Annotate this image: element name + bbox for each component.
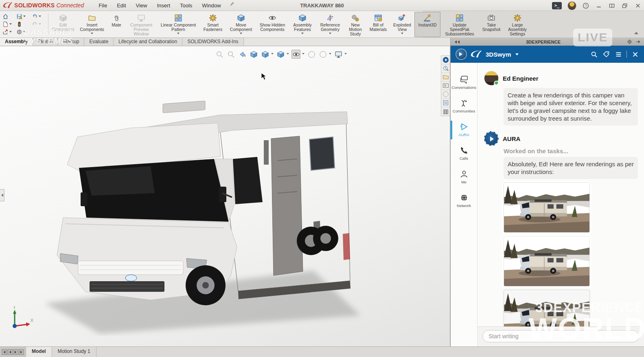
tab-lifecycle-collaboration[interactable]: Lifecycle and Collaboration xyxy=(113,37,182,46)
edit-component-button[interactable]: Edit Component xyxy=(50,12,77,37)
view-settings-icon[interactable] xyxy=(334,50,343,59)
menu-view[interactable]: View xyxy=(132,1,151,10)
app-switcher-chevron-icon[interactable] xyxy=(515,53,519,57)
menu-window[interactable]: Window xyxy=(198,1,225,10)
move-component-button[interactable]: Move Component xyxy=(226,12,256,37)
tab-markup[interactable]: Markup xyxy=(57,37,84,46)
nav-conversations[interactable]: Conversations xyxy=(451,73,477,91)
close-button[interactable] xyxy=(634,2,642,9)
component-preview-window-button[interactable]: Component Preview Window xyxy=(125,12,157,37)
mate-button[interactable]: Mate xyxy=(107,12,125,37)
first-tab-button[interactable] xyxy=(2,349,7,355)
hide-show-items-icon[interactable] xyxy=(291,50,300,59)
rebuild-traffic-light-icon[interactable] xyxy=(16,21,32,27)
3dswym-app-icon[interactable] xyxy=(456,48,467,60)
aura-chat: Ed Engineer Create a few renderings of t… xyxy=(478,63,644,346)
view-palette-icon[interactable] xyxy=(441,82,450,90)
design-library-icon[interactable] xyxy=(441,64,450,73)
exploded-view-icon xyxy=(398,13,406,22)
search-icon[interactable] xyxy=(590,50,598,58)
menu-tools[interactable]: Tools xyxy=(176,1,196,10)
insert-components-button[interactable]: Insert Components xyxy=(77,12,107,37)
show-hidden-components-button[interactable]: Show Hidden Components xyxy=(256,12,289,37)
graphics-viewport[interactable]: Y X xyxy=(0,46,450,346)
new-document-button[interactable] xyxy=(2,21,16,27)
assembly-features-button[interactable]: Assembly Features xyxy=(289,12,316,37)
command-manager-ribbon: Edit Component Insert Components Mate Co… xyxy=(0,11,644,38)
menu-insert[interactable]: Insert xyxy=(153,1,174,10)
save-button[interactable] xyxy=(16,13,32,20)
large-assembly-settings-button[interactable]: Large Assembly Settings xyxy=(504,12,531,37)
reference-geometry-button[interactable]: Reference Geometry xyxy=(316,12,344,37)
new-motion-study-button[interactable]: New Motion Study xyxy=(344,12,366,37)
nav-calls[interactable]: Calls xyxy=(451,144,477,162)
last-tab-button[interactable] xyxy=(19,349,24,355)
tab-sketch[interactable]: Sketch xyxy=(33,37,58,46)
restore-button[interactable] xyxy=(621,2,629,9)
toolbox-icon[interactable] xyxy=(441,107,450,116)
ribbon-collapse-chevron[interactable] xyxy=(634,30,638,34)
file-explorer-icon[interactable] xyxy=(441,73,450,82)
previous-view-icon[interactable] xyxy=(238,50,247,59)
camper-van-3d-model[interactable] xyxy=(28,99,387,336)
panel-settings-gear-icon[interactable] xyxy=(627,39,632,44)
nav-me[interactable]: Me xyxy=(451,168,477,186)
help-icon[interactable]: ? xyxy=(582,2,589,9)
nav-aura[interactable]: AURA xyxy=(451,121,477,139)
pin-menu-icon[interactable] xyxy=(229,1,235,7)
tab-evaluate[interactable]: Evaluate xyxy=(84,37,114,46)
previous-tab-button[interactable] xyxy=(7,349,13,355)
next-tab-button[interactable] xyxy=(13,349,18,355)
model-tab[interactable]: Model xyxy=(26,347,52,357)
motion-study-tab[interactable]: Motion Study 1 xyxy=(52,347,96,357)
app-name[interactable]: 3DSwym xyxy=(486,51,511,58)
ed-engineer-avatar[interactable] xyxy=(484,71,499,86)
publish-button[interactable] xyxy=(2,29,16,35)
home-button[interactable] xyxy=(2,13,16,20)
minimize-button[interactable] xyxy=(595,2,602,9)
linear-component-pattern-button[interactable]: Linear Component Pattern xyxy=(157,12,199,37)
bill-of-materials-button[interactable]: Bill of Materials xyxy=(366,12,390,37)
panel-expand-handle[interactable] xyxy=(0,189,4,201)
exploded-view-button[interactable]: Exploded View xyxy=(390,12,414,37)
new-motion-study-icon xyxy=(351,13,359,22)
zoom-fit-icon[interactable] xyxy=(215,50,224,59)
edit-appearance-icon[interactable] xyxy=(307,50,316,59)
undo-button[interactable] xyxy=(32,13,46,20)
nav-communities[interactable]: Communities xyxy=(451,97,477,115)
menu-hamburger-icon[interactable] xyxy=(614,50,622,58)
options-gear-button[interactable] xyxy=(16,29,32,35)
camper-rendering-2[interactable] xyxy=(504,236,590,286)
apply-scene-icon[interactable] xyxy=(318,50,327,59)
chat-messages[interactable]: Ed Engineer Create a few renderings of t… xyxy=(478,63,644,326)
appearances-icon[interactable] xyxy=(441,90,450,99)
update-speedpak-subassemblies-button[interactable]: Update SpeedPak Subassemblies xyxy=(440,12,479,37)
display-style-icon[interactable] xyxy=(276,50,285,59)
take-snapshot-button[interactable]: Take Snapshot xyxy=(479,12,504,37)
nav-network[interactable]: Network xyxy=(451,192,477,209)
split-window-button[interactable] xyxy=(608,2,616,9)
tab-assembly[interactable]: Assembly xyxy=(0,38,33,46)
custom-properties-icon[interactable] xyxy=(441,99,450,107)
tag-icon[interactable] xyxy=(602,50,610,58)
instant3d-button[interactable]: Instant3D xyxy=(414,12,440,37)
tab-solidworks-addins[interactable]: SOLIDWORKS Add-Ins xyxy=(182,37,243,46)
pin-panel-icon[interactable] xyxy=(635,39,641,44)
menu-edit[interactable]: Edit xyxy=(113,1,130,10)
command-manager-tabs: Assembly Sketch Markup Evaluate Lifecycl… xyxy=(0,38,450,46)
chat-message-input[interactable] xyxy=(482,330,639,342)
redo-button[interactable] xyxy=(32,21,46,27)
collapse-panel-icon[interactable] xyxy=(454,40,460,44)
camper-rendering-3[interactable] xyxy=(504,290,590,326)
section-view-icon[interactable] xyxy=(249,50,258,59)
smart-fasteners-button[interactable]: Smart Fasteners xyxy=(199,12,226,37)
aura-avatar[interactable] xyxy=(484,131,499,146)
aura-assistant-icon[interactable] xyxy=(441,56,450,64)
view-orientation-icon[interactable] xyxy=(261,50,269,59)
camper-rendering-1[interactable] xyxy=(504,182,590,233)
user-avatar[interactable] xyxy=(567,1,576,10)
menu-file[interactable]: File xyxy=(94,1,111,10)
zoom-area-icon[interactable] xyxy=(226,50,235,59)
close-panel-icon[interactable] xyxy=(631,50,639,58)
command-prompt-icon[interactable]: >_ xyxy=(552,2,562,9)
